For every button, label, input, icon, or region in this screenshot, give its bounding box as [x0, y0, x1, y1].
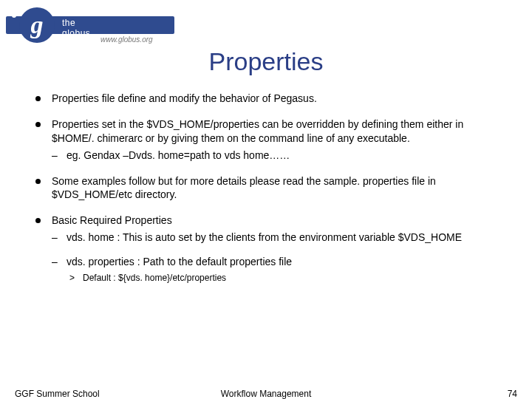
logo-pin	[12, 13, 16, 18]
logo-url: www.globus.org	[100, 35, 153, 44]
logo-band-text: the globus alliance	[62, 18, 95, 49]
bullet-1-text: Properties file define and modify the be…	[52, 92, 317, 104]
bullet-4-text: Basic Required Properties	[52, 214, 172, 226]
bullet-4-sub-1: vds. home : This is auto set by the clie…	[52, 231, 508, 245]
logo-pin	[49, 40, 53, 44]
bullet-3-text: Some examples follow but for more detail…	[52, 175, 436, 201]
logo-letter: g	[31, 11, 44, 39]
slide-content: Properties file define and modify the be…	[35, 92, 508, 285]
bullet-2-text: Properties set in the $VDS_HOME/properti…	[52, 118, 463, 144]
bullet-4-sub-1-text: vds. home : This is auto set by the clie…	[66, 231, 462, 243]
logo-pin	[15, 37, 19, 41]
bullet-3: Some examples follow but for more detail…	[35, 174, 508, 202]
bullet-2: Properties set in the $VDS_HOME/properti…	[35, 117, 508, 146]
bullet-4-sub-2-text: vds. properties : Path to the default pr…	[66, 256, 292, 267]
footer-mid: Workflow Management	[0, 389, 532, 399]
slide-title: Properties	[0, 47, 532, 76]
bullet-4: Basic Required Properties	[35, 214, 508, 228]
footer-right: 74	[508, 389, 517, 399]
bullet-4-sub-2-sub-1: Default : ${vds. home}/etc/properties	[69, 272, 508, 284]
bullet-4-sub-2-sub-1-text: Default : ${vds. home}/etc/properties	[83, 273, 226, 283]
bullet-2-sub-1-text: eg. Gendax –Dvds. home=path to vds home……	[66, 149, 290, 161]
logo-g-circle: g	[19, 7, 55, 43]
bullet-4-sub-2: vds. properties : Path to the default pr…	[52, 255, 508, 269]
bullet-2-sub-1: eg. Gendax –Dvds. home=path to vds home……	[52, 149, 508, 163]
bullet-1: Properties file define and modify the be…	[35, 92, 508, 106]
